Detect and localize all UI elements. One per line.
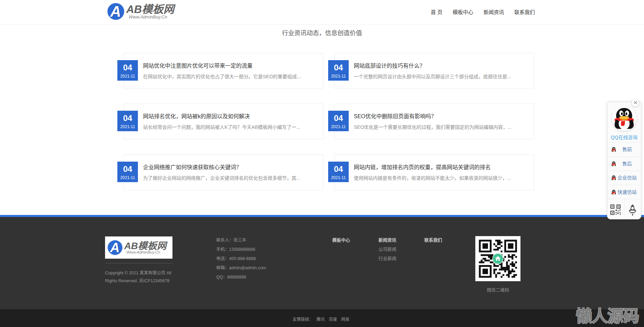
- svg-text:懒人源码: 懒人源码: [576, 307, 639, 325]
- svg-text:Www.AdminBuy.Cn: Www.AdminBuy.Cn: [126, 250, 160, 254]
- svg-text:Www.AdminBuy.Cn: Www.AdminBuy.Cn: [129, 14, 167, 19]
- svg-text:A: A: [110, 3, 121, 20]
- svg-text:AB模板网: AB模板网: [124, 241, 168, 251]
- svg-text:A: A: [110, 240, 120, 255]
- svg-text:AB模板网: AB模板网: [126, 3, 176, 15]
